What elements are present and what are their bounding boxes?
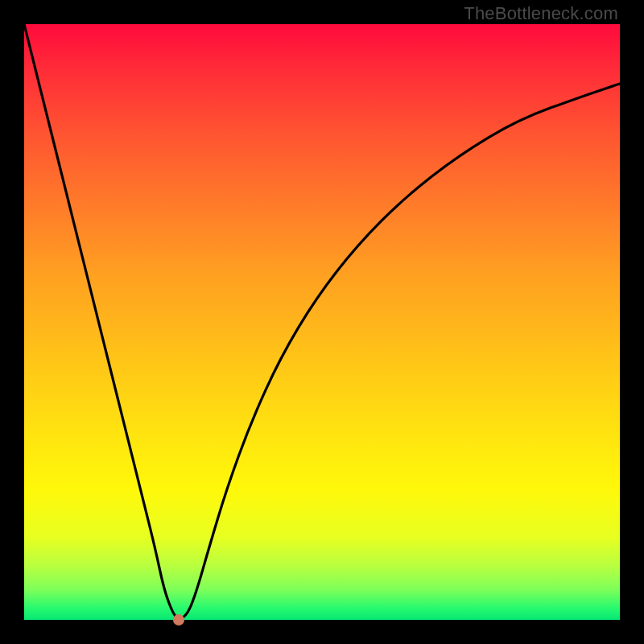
chart-frame: TheBottleneck.com (0, 0, 644, 644)
watermark-text: TheBottleneck.com (464, 3, 618, 24)
optimum-marker (173, 614, 184, 625)
bottleneck-curve (24, 24, 620, 620)
plot-area (24, 24, 620, 620)
